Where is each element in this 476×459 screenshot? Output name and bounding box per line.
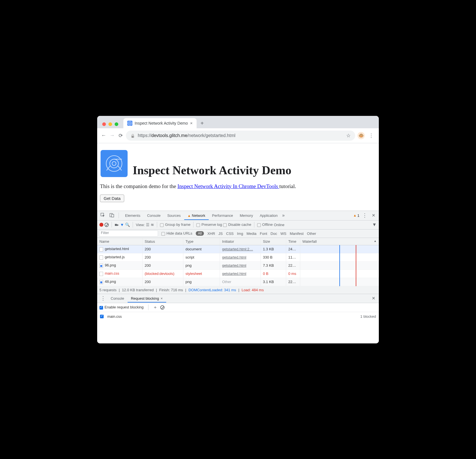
filter-type-xhr[interactable]: XHR [207, 231, 215, 236]
filter-type-media[interactable]: Media [246, 231, 256, 236]
device-toggle-icon[interactable] [108, 212, 116, 219]
network-row[interactable]: main.css(blocked:devtools)stylesheetgets… [97, 270, 379, 278]
profile-avatar[interactable]: 🐵 [357, 132, 365, 139]
filter-type-all[interactable]: All [196, 231, 204, 236]
window-controls [100, 122, 121, 128]
filter-type-font[interactable]: Font [260, 231, 267, 236]
file-icon [99, 280, 103, 284]
back-button[interactable]: ← [101, 133, 107, 138]
new-tab-button[interactable]: + [197, 120, 208, 128]
browser-toolbar: ← → ⟳ https://devtools.glitch.me/network… [97, 128, 379, 143]
column-header-name[interactable]: Name [97, 238, 142, 245]
url-text: https://devtools.glitch.me/network/getst… [138, 133, 235, 138]
camera-icon[interactable]: ■▸ [115, 222, 119, 227]
file-icon [99, 247, 103, 251]
filter-type-doc[interactable]: Doc [271, 231, 277, 236]
column-header-time[interactable]: Time [286, 238, 300, 245]
large-rows-icon[interactable]: ☰ [146, 222, 150, 227]
filter-type-css[interactable]: CSS [226, 231, 234, 236]
more-panels-icon[interactable]: » [282, 213, 285, 218]
filter-type-ws[interactable]: WS [281, 231, 286, 236]
browser-menu-icon[interactable]: ⋮ [367, 133, 375, 139]
status-dcl: DOMContentLoaded: 341 ms [188, 288, 236, 292]
devtools-tab-elements[interactable]: Elements [122, 212, 144, 219]
group-by-frame-checkbox[interactable]: Group by frame [160, 222, 190, 227]
file-icon [99, 255, 103, 260]
filter-type-manifest[interactable]: Manifest [290, 231, 304, 236]
throttle-dropdown[interactable]: Online [274, 223, 284, 227]
inspect-element-icon[interactable] [99, 212, 107, 219]
enable-request-blocking-checkbox[interactable]: Enable request blocking [99, 305, 144, 309]
filter-type-img[interactable]: Img [237, 231, 243, 236]
devtools-tab-strip: ElementsConsoleSources▲ NetworkPerforman… [97, 211, 379, 220]
blocked-count: 1 blocked [360, 314, 376, 319]
warnings-badge[interactable]: ▲1 [353, 213, 359, 218]
file-icon [99, 264, 103, 268]
browser-tab[interactable]: Inspect Network Activity Demo × [123, 118, 197, 128]
column-header-type[interactable]: Type [183, 238, 220, 245]
filter-input[interactable]: Filter [99, 230, 158, 237]
browser-window: Inspect Network Activity Demo × + ← → ⟳ … [97, 116, 379, 343]
devtools-tab-application[interactable]: Application [256, 212, 281, 219]
drawer-close-icon[interactable]: ✕ [370, 295, 377, 302]
warning-icon: ▲ [353, 213, 357, 217]
tab-close-icon[interactable]: × [190, 121, 193, 125]
lock-icon [130, 133, 135, 138]
close-window-icon[interactable] [102, 122, 106, 126]
offline-checkbox[interactable]: Offline [257, 222, 273, 227]
disable-cache-checkbox[interactable]: Disable cache [223, 222, 251, 227]
blocked-pattern-row[interactable]: main.css 1 blocked [97, 312, 379, 321]
devtools-tab-console[interactable]: Console [144, 212, 164, 219]
add-pattern-button[interactable]: ＋ [153, 304, 157, 310]
clear-button[interactable] [104, 223, 109, 227]
column-header-initiator[interactable]: Initiator [220, 238, 261, 245]
column-header-size[interactable]: Size [261, 238, 286, 245]
devtools-tab-sources[interactable]: Sources [164, 212, 184, 219]
drawer-tab-console[interactable]: Console [107, 295, 128, 302]
remove-all-patterns-button[interactable] [160, 305, 164, 310]
filter-type-other[interactable]: Other [307, 231, 316, 236]
svg-point-3 [110, 159, 119, 168]
address-bar[interactable]: https://devtools.glitch.me/network/getst… [126, 131, 355, 141]
network-row[interactable]: getstarted.html200documentgetstarted.htm… [97, 245, 379, 253]
column-header-waterfall[interactable]: Waterfall [300, 238, 379, 245]
filter-type-js[interactable]: JS [219, 231, 223, 236]
page-intro: This is the companion demo for the Inspe… [100, 183, 376, 189]
drawer-menu-icon[interactable]: ⋮ [99, 295, 107, 301]
waterfall-overview-icon[interactable]: ≋ [151, 222, 154, 227]
devtools-menu-icon[interactable]: ⋮ [361, 212, 369, 219]
drawer-tab-request-blocking[interactable]: Request blocking × [128, 295, 166, 303]
network-row[interactable]: 48.png200pngOther3.1 KB22… [97, 278, 379, 286]
zoom-window-icon[interactable] [115, 122, 118, 126]
page-content: Inspect Network Activity Demo This is th… [97, 143, 379, 211]
record-button[interactable] [99, 223, 103, 227]
network-row[interactable]: 96.png200pnggetstarted.html7.3 KB22… [97, 261, 379, 270]
devtools-close-icon[interactable]: ✕ [370, 212, 377, 219]
forward-button[interactable]: → [109, 133, 115, 138]
search-icon[interactable]: 🔍 [125, 222, 130, 227]
tutorial-link[interactable]: Inspect Network Activity In Chrome DevTo… [177, 183, 279, 189]
devtools-tab-memory[interactable]: Memory [236, 212, 256, 219]
network-table: NameStatusTypeInitiatorSizeTimeWaterfall… [97, 238, 379, 286]
pattern-enabled-checkbox[interactable] [100, 315, 104, 318]
reload-button[interactable]: ⟳ [117, 133, 124, 139]
column-header-status[interactable]: Status [142, 238, 183, 245]
get-data-button[interactable]: Get Data [100, 195, 124, 202]
hide-data-urls-checkbox[interactable]: Hide data URLs [161, 231, 192, 235]
bookmark-icon[interactable]: ☆ [346, 133, 351, 139]
devtools-tab-performance[interactable]: Performance [209, 212, 236, 219]
preserve-log-checkbox[interactable]: Preserve log [196, 222, 222, 227]
drawer-tab-strip: ⋮ ConsoleRequest blocking × ✕ [97, 294, 379, 303]
svg-point-1 [129, 122, 131, 124]
svg-point-4 [112, 162, 116, 165]
network-row[interactable]: getstarted.js200scriptgetstarted.html330… [97, 253, 379, 261]
svg-point-0 [128, 121, 132, 125]
status-load: Load: 484 ms [242, 288, 264, 292]
status-finish: Finish: 716 ms [159, 288, 183, 292]
filter-toggle-icon[interactable]: ▼ [120, 222, 124, 227]
minimize-window-icon[interactable] [108, 122, 112, 126]
network-toolbar: ■▸ ▼ 🔍 View: ☰ ≋ Group by frame Preserve… [97, 220, 379, 230]
drawer-tab-close-icon[interactable]: × [159, 296, 163, 301]
devtools-tab-network[interactable]: ▲ Network [184, 212, 209, 220]
network-settings-icon[interactable]: ▼ [372, 222, 377, 227]
